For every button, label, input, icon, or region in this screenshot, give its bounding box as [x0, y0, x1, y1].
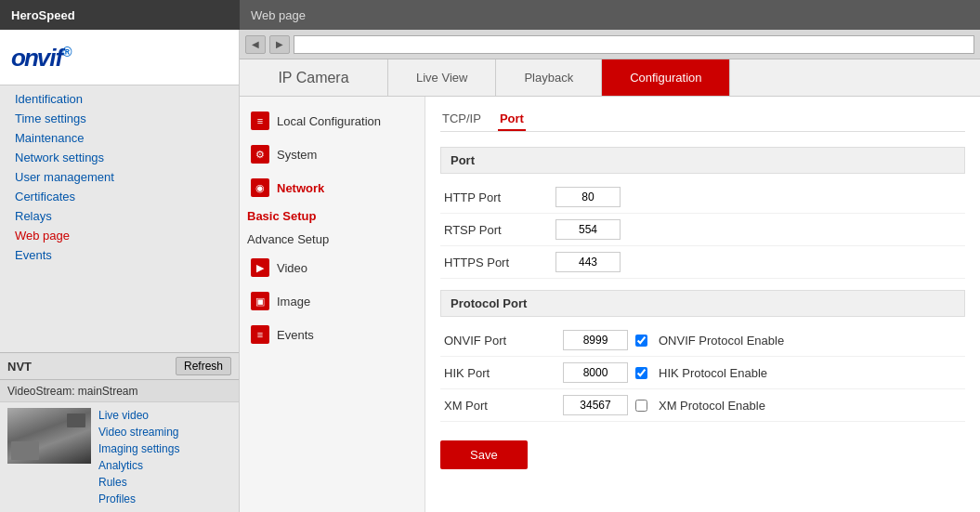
- sidebar-item-relays[interactable]: Relays: [0, 206, 239, 226]
- sidebar-item-identification[interactable]: Identification: [0, 89, 239, 109]
- form-label-http-port: HTTP Port: [444, 190, 555, 204]
- left-nav-label-network: Network: [277, 181, 324, 195]
- url-input[interactable]: [294, 35, 974, 54]
- protocol-label-onvif-port: ONVIF Port: [444, 334, 555, 348]
- nvt-label: NVT: [7, 360, 32, 374]
- form-label-https-port: HTTPS Port: [444, 256, 555, 269]
- panel-tab-tcp-ip[interactable]: TCP/IP: [440, 108, 483, 131]
- camera-brand: IP Camera: [240, 59, 388, 96]
- form-row-https-port: HTTPS Port: [440, 246, 965, 279]
- sidebar-menu: IdentificationTime settingsMaintenanceNe…: [0, 85, 239, 352]
- tab-playback[interactable]: Playback: [496, 59, 602, 96]
- top-nav-tabs: Live ViewPlaybackConfiguration: [388, 59, 730, 96]
- app-title-text: HeroSpeed: [11, 8, 75, 22]
- sidebar-links: IdentificationTime settingsMaintenanceNe…: [0, 89, 239, 265]
- app-body: ≡Local Configuration⚙System◉NetworkBasic…: [240, 97, 980, 512]
- panel-tab-port[interactable]: Port: [498, 108, 526, 131]
- camera-link-analytics[interactable]: Analytics: [98, 458, 179, 473]
- left-nav-item-image[interactable]: ▣Image: [240, 284, 425, 318]
- camera-link-imaging-settings[interactable]: Imaging settings: [98, 441, 179, 456]
- left-nav-item-system[interactable]: ⚙System: [240, 138, 425, 171]
- app-title: HeroSpeed: [0, 0, 240, 30]
- left-nav-item-video[interactable]: ▶Video: [240, 251, 425, 284]
- sidebar-item-time-settings[interactable]: Time settings: [0, 109, 239, 128]
- protocol-check-onvif-port[interactable]: [635, 335, 647, 347]
- camera-thumbnail: [7, 408, 91, 464]
- sidebar-item-user-management[interactable]: User management: [0, 167, 239, 187]
- refresh-button[interactable]: Refresh: [176, 357, 231, 375]
- local-config-icon: ≡: [251, 112, 269, 130]
- form-input-https-port[interactable]: [555, 252, 621, 272]
- left-nav-item-events[interactable]: ≡Events: [240, 318, 425, 351]
- sidebar-item-certificates[interactable]: Certificates: [0, 187, 239, 206]
- camera-link-video-streaming[interactable]: Video streaming: [98, 425, 179, 440]
- protocol-check-label-xm-port: XM Protocol Enable: [659, 399, 765, 413]
- protocol-check-label-hik-port: HIK Protocol Enable: [659, 366, 767, 380]
- sidebar-item-network-settings[interactable]: Network settings: [0, 148, 239, 167]
- form-input-rtsp-port[interactable]: [555, 219, 621, 240]
- left-nav-item-network[interactable]: ◉Network: [240, 171, 425, 204]
- top-nav: IP Camera Live ViewPlaybackConfiguration: [240, 59, 980, 97]
- left-nav-label-system: System: [277, 148, 317, 162]
- protocol-check-xm-port[interactable]: [635, 400, 647, 412]
- left-nav-sub-basic-setup[interactable]: Basic Setup: [240, 204, 425, 228]
- protocol-fields: ONVIF PortONVIF Protocol EnableHIK PortH…: [440, 324, 965, 422]
- sidebar-item-web-page[interactable]: Web page: [0, 226, 239, 245]
- protocol-label-xm-port: XM Port: [444, 399, 555, 413]
- back-button[interactable]: ◀: [245, 35, 266, 54]
- left-nav-label-local-config: Local Configuration: [277, 114, 381, 128]
- left-nav-label-image: Image: [277, 295, 310, 309]
- tab-live-view[interactable]: Live View: [388, 59, 496, 96]
- camera-link-live-video[interactable]: Live video: [98, 408, 179, 423]
- protocol-section-header: Protocol Port: [440, 290, 965, 317]
- video-icon: ▶: [251, 258, 269, 277]
- panel-tabs: TCP/IPPort: [440, 108, 965, 132]
- system-icon: ⚙: [251, 145, 269, 164]
- left-nav-label-events: Events: [277, 328, 314, 342]
- save-button[interactable]: Save: [440, 440, 528, 469]
- network-icon: ◉: [251, 178, 269, 197]
- web-page-text: Web page: [251, 8, 306, 22]
- left-nav-item-local-config[interactable]: ≡Local Configuration: [240, 104, 425, 138]
- form-row-http-port: HTTP Port: [440, 181, 965, 214]
- onvif-logo-area: onvif®: [0, 30, 239, 85]
- protocol-check-label-onvif-port: ONVIF Protocol Enable: [659, 334, 784, 348]
- nvt-bar: NVT Refresh: [0, 352, 239, 380]
- stream-name: VideoStream: mainStream: [7, 385, 138, 398]
- protocol-input-onvif-port[interactable]: [563, 330, 628, 350]
- camera-link-rules[interactable]: Rules: [98, 475, 179, 490]
- form-input-http-port[interactable]: [555, 187, 621, 207]
- tab-configuration[interactable]: Configuration: [602, 59, 730, 96]
- protocol-check-hik-port[interactable]: [635, 367, 647, 379]
- stream-item: VideoStream: mainStream: [0, 380, 239, 402]
- protocol-input-hik-port[interactable]: [563, 362, 628, 383]
- form-row-rtsp-port: RTSP Port: [440, 214, 965, 246]
- camera-app: IP Camera Live ViewPlaybackConfiguration…: [240, 59, 980, 512]
- camera-thumb-inner: [7, 408, 91, 464]
- port-section-header: Port: [440, 147, 965, 174]
- camera-preview: Live videoVideo streamingImaging setting…: [0, 402, 239, 512]
- forward-button[interactable]: ▶: [269, 35, 290, 54]
- onvif-logo: onvif®: [11, 43, 71, 72]
- main-panel: TCP/IPPort Port HTTP PortRTSP PortHTTPS …: [425, 97, 980, 512]
- protocol-row-xm-port: XM PortXM Protocol Enable: [440, 389, 965, 422]
- web-page-label: Web page: [240, 0, 980, 30]
- content-area: ◀ ▶ IP Camera Live ViewPlaybackConfigura…: [240, 30, 980, 512]
- left-nav: ≡Local Configuration⚙System◉NetworkBasic…: [240, 97, 425, 512]
- browser-bar: ◀ ▶: [240, 30, 980, 59]
- protocol-section: Protocol Port ONVIF PortONVIF Protocol E…: [440, 290, 965, 422]
- left-nav-sub-advance-setup[interactable]: Advance Setup: [240, 228, 425, 251]
- left-nav-label-video: Video: [277, 261, 307, 275]
- camera-links: Live videoVideo streamingImaging setting…: [98, 408, 179, 506]
- port-section: Port HTTP PortRTSP PortHTTPS Port: [440, 147, 965, 279]
- camera-link-profiles[interactable]: Profiles: [98, 492, 179, 506]
- protocol-input-xm-port[interactable]: [563, 395, 628, 415]
- sidebar-item-events[interactable]: Events: [0, 245, 239, 265]
- port-fields: HTTP PortRTSP PortHTTPS Port: [440, 181, 965, 279]
- sidebar-item-maintenance[interactable]: Maintenance: [0, 128, 239, 148]
- image-icon: ▣: [251, 292, 269, 310]
- form-label-rtsp-port: RTSP Port: [444, 223, 555, 237]
- sidebar: onvif® IdentificationTime settingsMainte…: [0, 30, 240, 512]
- events-icon: ≡: [251, 325, 269, 344]
- protocol-row-onvif-port: ONVIF PortONVIF Protocol Enable: [440, 324, 965, 357]
